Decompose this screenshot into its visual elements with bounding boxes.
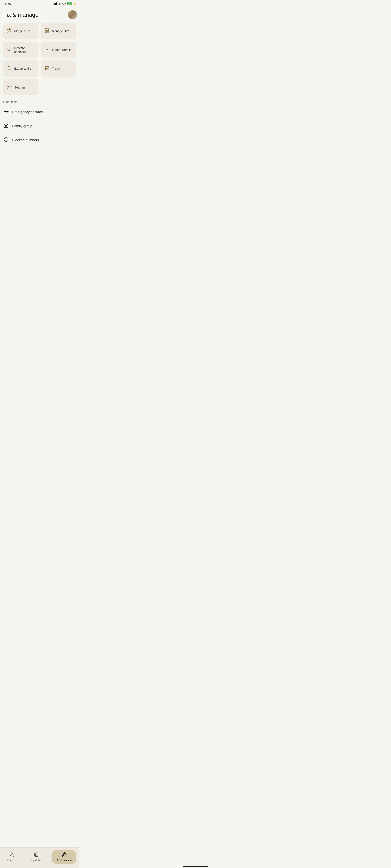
charging-icon: ⚡ — [73, 2, 76, 5]
svg-line-16 — [4, 138, 7, 141]
emergency-contacts-label: Emergency contacts — [12, 110, 44, 114]
family-group-label: Family group — [12, 124, 32, 128]
svg-rect-7 — [60, 2, 61, 5]
merge-fix-label: Merge & fix — [14, 29, 30, 33]
blocked-numbers-label: Blocked numbers — [12, 138, 39, 142]
status-icons: 100 ⚡ — [54, 2, 76, 5]
blocked-icon — [3, 137, 9, 144]
other-tools-label: Other tools — [3, 100, 76, 103]
svg-rect-11 — [47, 30, 48, 31]
svg-rect-0 — [54, 4, 54, 5]
trash-label: Trash — [52, 66, 60, 70]
gear-icon — [6, 84, 12, 91]
wifi-icon — [62, 2, 66, 5]
export-to-file-label: Export to file — [14, 66, 31, 70]
download-icon — [44, 46, 50, 53]
svg-rect-1 — [54, 3, 55, 5]
import-from-file-button[interactable]: Import from file — [41, 42, 76, 58]
svg-point-14 — [8, 86, 10, 88]
svg-rect-12 — [46, 31, 47, 32]
manage-sim-button[interactable]: Manage SIM — [41, 23, 76, 39]
other-tools-section: Other tools Emergency contacts Family gr… — [3, 100, 76, 147]
svg-rect-10 — [46, 30, 47, 31]
export-to-file-button[interactable]: Export to file — [3, 60, 38, 77]
main-content: Fix & manage Merge & fix — [0, 7, 79, 167]
status-time: 15:56 — [3, 2, 11, 5]
family-group-item[interactable]: Family group — [3, 119, 76, 133]
trash-button[interactable]: Trash — [41, 60, 76, 77]
manage-sim-label: Manage SIM — [52, 29, 69, 33]
home-heart-icon — [3, 123, 9, 129]
svg-rect-4 — [58, 4, 58, 5]
emergency-contacts-item[interactable]: Emergency contacts — [3, 105, 76, 119]
signal2-icon — [58, 2, 61, 5]
svg-rect-5 — [59, 3, 59, 5]
svg-rect-2 — [55, 3, 56, 5]
settings-label: Settings — [14, 86, 25, 89]
page-title: Fix & manage — [3, 11, 76, 18]
asterisk-icon — [3, 109, 9, 115]
restore-contacts-label: Restore contacts — [14, 46, 35, 54]
import-from-file-label: Import from file — [52, 48, 72, 52]
upload-icon — [6, 65, 12, 72]
sim-card-icon — [44, 28, 50, 34]
settings-row: Settings — [3, 79, 76, 95]
cloud-download-icon — [6, 46, 12, 53]
svg-rect-3 — [56, 2, 57, 5]
trash-icon — [44, 65, 50, 72]
signal-icon — [54, 2, 57, 5]
settings-button[interactable]: Settings — [3, 79, 38, 95]
svg-rect-13 — [47, 31, 48, 32]
avatar[interactable] — [68, 10, 77, 19]
svg-rect-6 — [59, 3, 60, 5]
magic-wand-icon — [6, 28, 12, 34]
merge-fix-button[interactable]: Merge & fix — [3, 23, 38, 39]
blocked-numbers-item[interactable]: Blocked numbers — [3, 133, 76, 147]
svg-point-8 — [64, 5, 64, 5]
status-bar: 15:56 100 ⚡ — [0, 0, 79, 7]
restore-contacts-button[interactable]: Restore contacts — [3, 42, 38, 58]
battery-icon: 100 — [67, 2, 72, 5]
grid-buttons: Merge & fix Manage SIM — [3, 23, 76, 77]
